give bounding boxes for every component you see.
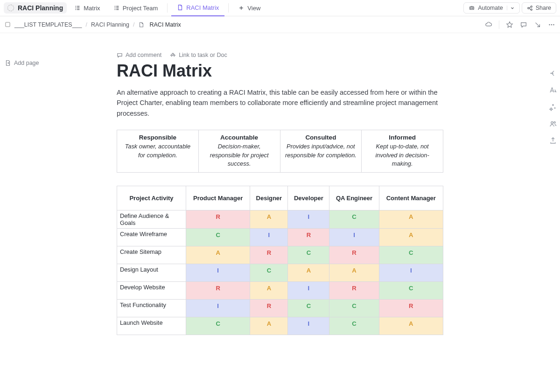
raci-cell[interactable]: I bbox=[186, 264, 250, 282]
def-heading: Informed bbox=[366, 134, 438, 141]
add-comment-label: Add comment bbox=[126, 52, 161, 58]
raci-cell[interactable]: I bbox=[250, 229, 288, 246]
svg-point-3 bbox=[527, 7, 529, 8]
typography-icon[interactable] bbox=[549, 86, 557, 94]
raci-cell[interactable]: R bbox=[186, 282, 250, 300]
raci-cell[interactable]: A bbox=[186, 246, 250, 264]
def-consulted: Consulted Provides input/advice, not res… bbox=[280, 130, 362, 173]
table-row: Define Audience & GoalsRAICA bbox=[117, 210, 443, 229]
svg-point-4 bbox=[531, 6, 532, 7]
collapse-icon[interactable] bbox=[549, 69, 557, 77]
raci-cell[interactable]: A bbox=[379, 210, 443, 229]
raci-cell[interactable]: R bbox=[288, 229, 329, 246]
raci-cell[interactable]: C bbox=[379, 282, 443, 300]
activity-cell[interactable]: Create Sitemap bbox=[117, 246, 186, 264]
raci-cell[interactable]: R bbox=[329, 282, 379, 300]
raci-cell[interactable]: A bbox=[379, 317, 443, 335]
more-icon[interactable] bbox=[548, 21, 555, 28]
export-icon[interactable] bbox=[549, 136, 557, 145]
activity-cell[interactable]: Launch Website bbox=[117, 317, 186, 335]
tab-matrix[interactable]: Matrix bbox=[69, 0, 105, 16]
page-description[interactable]: An alternative approach to creating a RA… bbox=[117, 87, 443, 119]
raci-cell[interactable]: A bbox=[250, 210, 288, 229]
raci-cell[interactable]: R bbox=[329, 246, 379, 264]
raci-cell[interactable]: R bbox=[379, 300, 443, 317]
list-icon bbox=[74, 5, 81, 11]
raci-col-header: Content Manager bbox=[379, 186, 443, 210]
svg-point-11 bbox=[554, 122, 555, 123]
def-desc: Provides input/advice, not responsible f… bbox=[285, 143, 357, 158]
table-row: Test FunctionalityIRCCR bbox=[117, 300, 443, 317]
tab-raci-matrix[interactable]: RACI Matrix bbox=[171, 0, 224, 16]
add-page-button[interactable]: Add page bbox=[5, 60, 39, 66]
add-view-button[interactable]: View bbox=[232, 0, 266, 16]
download-icon[interactable] bbox=[534, 21, 541, 28]
raci-cell[interactable]: C bbox=[379, 246, 443, 264]
list-icon bbox=[113, 5, 120, 11]
raci-cell[interactable]: I bbox=[288, 282, 329, 300]
raci-cell[interactable]: C bbox=[288, 300, 329, 317]
raci-cell[interactable]: C bbox=[186, 229, 250, 246]
crumb-leaf[interactable]: RACI Matrix bbox=[150, 21, 181, 28]
workspace-chip[interactable]: RACI Planning bbox=[4, 2, 67, 14]
page-plus-icon bbox=[5, 60, 11, 66]
tab-label: Project Team bbox=[123, 5, 158, 12]
activity-cell[interactable]: Design Layout bbox=[117, 264, 186, 282]
raci-cell[interactable]: I bbox=[379, 264, 443, 282]
raci-cell[interactable]: R bbox=[186, 210, 250, 229]
star-icon[interactable] bbox=[506, 21, 513, 28]
automate-button[interactable]: Automate bbox=[463, 2, 520, 14]
comment-icon[interactable] bbox=[520, 21, 527, 28]
raci-col-header: QA Engineer bbox=[329, 186, 379, 210]
raci-cell[interactable]: C bbox=[288, 246, 329, 264]
workspace-icon bbox=[7, 5, 14, 11]
link-task-button[interactable]: Link to task or Doc bbox=[170, 52, 227, 58]
raci-cell[interactable]: I bbox=[288, 210, 329, 229]
raci-cell[interactable]: C bbox=[329, 317, 379, 335]
def-desc: Task owner, accountable for completion. bbox=[125, 143, 190, 158]
divider bbox=[167, 3, 168, 13]
svg-point-9 bbox=[553, 24, 554, 25]
tiny-actions: Add comment Link to task or Doc bbox=[117, 52, 443, 58]
raci-cell[interactable]: A bbox=[379, 229, 443, 246]
activity-cell[interactable]: Create Wireframe bbox=[117, 229, 186, 246]
crumb-root[interactable]: ___LIST TEMPLATES___ bbox=[14, 21, 82, 28]
raci-cell[interactable]: I bbox=[186, 300, 250, 317]
raci-cell[interactable]: R bbox=[250, 300, 288, 317]
raci-cell[interactable]: A bbox=[288, 264, 329, 282]
right-rail bbox=[549, 69, 557, 145]
activity-cell[interactable]: Develop Website bbox=[117, 282, 186, 300]
add-comment-button[interactable]: Add comment bbox=[117, 52, 161, 58]
table-row: Design LayoutICAAI bbox=[117, 264, 443, 282]
raci-cell[interactable]: C bbox=[186, 317, 250, 335]
raci-cell[interactable]: C bbox=[250, 264, 288, 282]
doc-icon bbox=[177, 4, 183, 11]
raci-cell[interactable]: I bbox=[288, 317, 329, 335]
share-button[interactable]: Share bbox=[522, 2, 556, 14]
raci-cell[interactable]: A bbox=[329, 264, 379, 282]
cloud-icon[interactable] bbox=[485, 21, 492, 28]
sparkle-icon[interactable] bbox=[549, 103, 557, 111]
raci-col-header: Developer bbox=[288, 186, 329, 210]
raci-cell[interactable]: A bbox=[250, 282, 288, 300]
raci-table[interactable]: Project ActivityProduct ManagerDesignerD… bbox=[117, 186, 443, 335]
raci-cell[interactable]: I bbox=[329, 229, 379, 246]
page-content: Add comment Link to task or Doc RACI Mat… bbox=[117, 52, 443, 335]
raci-cell[interactable]: R bbox=[250, 246, 288, 264]
crumb-mid[interactable]: RACI Planning bbox=[91, 21, 129, 28]
crumb-sep: / bbox=[133, 21, 134, 28]
def-heading: Responsible bbox=[122, 134, 194, 141]
table-row: Launch WebsiteCAICA bbox=[117, 317, 443, 335]
square-icon bbox=[5, 21, 11, 28]
activity-cell[interactable]: Test Functionality bbox=[117, 300, 186, 317]
workspace-title: RACI Planning bbox=[18, 4, 63, 12]
raci-cell[interactable]: A bbox=[250, 317, 288, 335]
raci-cell[interactable]: C bbox=[329, 210, 379, 229]
activity-cell[interactable]: Define Audience & Goals bbox=[117, 210, 186, 229]
robot-icon bbox=[469, 5, 475, 11]
tab-project-team[interactable]: Project Team bbox=[108, 0, 164, 16]
page-title[interactable]: RACI Matrix bbox=[117, 61, 443, 81]
topbar: RACI Planning Matrix Project Team RACI M… bbox=[0, 0, 560, 16]
people-icon[interactable] bbox=[549, 119, 557, 128]
raci-cell[interactable]: C bbox=[329, 300, 379, 317]
